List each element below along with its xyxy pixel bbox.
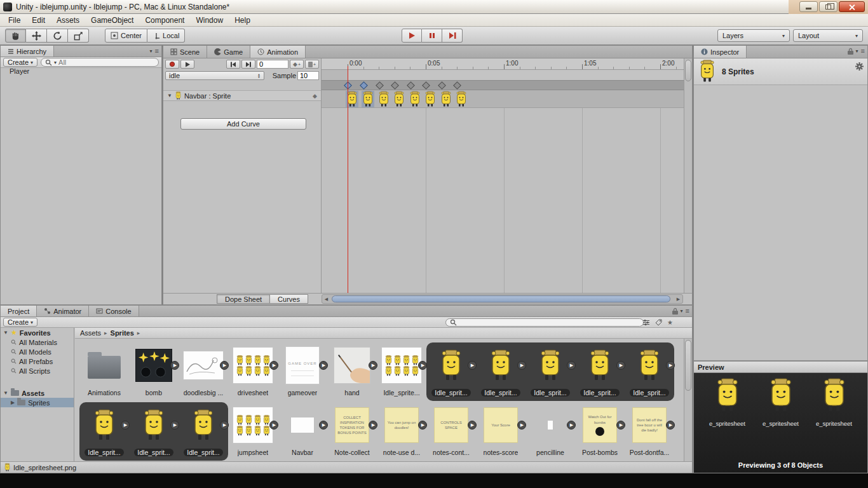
pane-menu-icon[interactable]: ≡ [155, 48, 159, 55]
project-search-input[interactable] [445, 318, 644, 327]
asset-tile[interactable]: ▶ Idle_sprit... [426, 342, 476, 401]
layers-dropdown[interactable]: Layers ▾ [717, 29, 790, 42]
pane-menu-icon[interactable]: ≡ [861, 48, 865, 55]
tab-game[interactable]: Game [207, 46, 250, 58]
move-tool-button[interactable] [26, 29, 47, 43]
pane-dropdown-icon[interactable]: ▾ [856, 48, 858, 54]
sprite-keyframe-thumb[interactable] [440, 91, 452, 107]
playhead-line[interactable] [348, 66, 348, 293]
rotate-tool-button[interactable] [47, 29, 68, 43]
expand-arrow[interactable]: ▶ [369, 421, 377, 430]
animation-horizontal-scrollbar[interactable]: ◀ ▶ [322, 294, 683, 304]
assets-root[interactable]: ▼ Assets [1, 388, 74, 398]
animation-timeline[interactable]: 0:00 0:05 1:00 1:05 [322, 58, 684, 293]
play-button[interactable] [402, 29, 422, 43]
asset-tile[interactable]: ▶ Idle_sprite... [377, 342, 426, 401]
sprite-keyframe-thumb[interactable] [455, 91, 468, 107]
expand-arrow[interactable]: ▶ [616, 421, 625, 430]
asset-tile[interactable]: Dont fall off the tree bcoz u will die b… [625, 402, 674, 461]
asset-tile[interactable]: ▶ drivesheet [228, 342, 278, 401]
keyframe-diamond[interactable] [407, 81, 415, 90]
preview-header[interactable]: Preview [694, 362, 867, 373]
lock-icon[interactable] [672, 308, 678, 315]
record-button[interactable] [165, 60, 179, 69]
anim-play-button[interactable] [180, 60, 194, 69]
lock-icon[interactable] [848, 48, 853, 55]
expand-arrow[interactable]: ▶ [170, 361, 179, 370]
label-tag-icon[interactable] [655, 319, 662, 326]
asset-tile[interactable]: Watch Out for bombs Watch Out for bombs … [575, 402, 625, 461]
favorites-item[interactable]: All Models [1, 347, 74, 356]
foldout-icon[interactable]: ▼ [3, 330, 8, 336]
expand-arrow[interactable]: ▶ [220, 361, 229, 370]
project-create-button[interactable]: Create ▾ [3, 318, 37, 327]
next-key-button[interactable] [241, 60, 255, 69]
search-by-type-icon[interactable] [642, 319, 650, 326]
asset-tile[interactable]: ▶ bomb [129, 342, 179, 401]
close-button[interactable] [839, 1, 865, 12]
expand-arrow[interactable]: ▶ [319, 421, 328, 430]
keyframe-strip[interactable] [322, 80, 684, 90]
step-button[interactable] [442, 29, 463, 43]
layout-dropdown[interactable]: Layout ▾ [793, 29, 863, 42]
scale-tool-button[interactable] [68, 29, 89, 43]
expand-arrow[interactable]: ▶ [269, 361, 278, 370]
keyframe-diamond[interactable] [438, 81, 446, 90]
timeline-ruler[interactable]: 0:00 0:05 1:00 1:05 [322, 58, 684, 70]
favorites-root[interactable]: ▼ ★ Favorites [1, 328, 74, 337]
curves-button[interactable]: Curves [270, 294, 308, 304]
add-keyframe-button[interactable]: ◆+ [290, 60, 304, 69]
asset-tile[interactable]: ▶ Animations [79, 342, 129, 401]
expand-arrow[interactable]: ▶ [319, 361, 328, 370]
sprite-keyframe-thumb[interactable] [424, 91, 437, 107]
hierarchy-create-button[interactable]: Create ▾ [3, 58, 37, 67]
tab-animator[interactable]: Animator [37, 306, 89, 316]
asset-tile[interactable]: GAME OVER GAME OVER GAME OVER ▶ gameover [278, 342, 327, 401]
scroll-left-icon[interactable]: ◀ [322, 295, 330, 302]
animation-vertical-scrollbar[interactable] [684, 58, 692, 293]
hand-tool-button[interactable] [5, 29, 26, 43]
pane-menu-icon[interactable]: ≡ [686, 308, 689, 315]
asset-tile[interactable]: ▶ Idle_sprit... [179, 402, 228, 461]
favorites-item[interactable]: All Materials [1, 337, 74, 347]
prev-key-button[interactable] [226, 60, 240, 69]
tab-animation[interactable]: Animation [250, 46, 306, 58]
tab-project[interactable]: Project [1, 306, 37, 316]
frame-number-input[interactable] [257, 60, 288, 69]
scrollbar-thumb[interactable] [685, 340, 691, 391]
asset-tile[interactable]: ▶ Idle_sprit... [625, 342, 674, 401]
sprite-keyframe-thumb[interactable] [393, 91, 405, 107]
scroll-right-icon[interactable]: ▶ [674, 295, 682, 302]
expand-arrow[interactable]: ▶ [517, 361, 526, 370]
breadcrumb-current[interactable]: Sprites [111, 329, 134, 337]
animated-property-row[interactable]: ▼ Navbar : Sprite ◆ [163, 90, 321, 101]
asset-tile[interactable]: ▶ Idle_sprit... [129, 402, 179, 461]
asset-tile[interactable]: CONTROLS SPACE CONTROLS SPACE CONTROLS S… [426, 402, 476, 461]
foldout-icon[interactable]: ▼ [167, 93, 172, 98]
asset-tile[interactable]: Your Score Your Score Your Score ▶ notes… [476, 402, 526, 461]
expand-arrow[interactable]: ▶ [567, 421, 576, 430]
expand-arrow[interactable]: ▶ [616, 361, 625, 370]
menu-item[interactable]: Edit [26, 15, 51, 26]
tab-inspector[interactable]: Inspector [694, 46, 747, 58]
asset-tile[interactable]: ▶ Navbar [278, 402, 327, 461]
favorite-star-icon[interactable]: ★ [667, 319, 673, 326]
search-filter-dropdown-icon[interactable]: ▾ [54, 60, 57, 65]
asset-tile[interactable]: ▶ doodlesbig ... [179, 342, 228, 401]
expand-arrow[interactable]: ▶ [418, 421, 427, 430]
foldout-icon[interactable]: ▶ [11, 400, 15, 405]
asset-tile[interactable]: ▶ pencilline [526, 402, 575, 461]
breadcrumb-root[interactable]: Assets [80, 329, 101, 337]
expand-arrow[interactable]: ▶ [517, 421, 526, 430]
property-keyframe-icon[interactable]: ◆ [313, 93, 317, 99]
pane-dropdown-icon[interactable]: ▾ [681, 308, 683, 314]
sprite-track[interactable] [322, 90, 684, 108]
minimize-button[interactable] [799, 1, 818, 12]
keyframe-diamond[interactable] [453, 81, 461, 90]
menu-item[interactable]: Assets [51, 15, 85, 26]
add-curve-button[interactable]: Add Curve [180, 118, 306, 130]
restore-button[interactable] [819, 1, 837, 12]
sample-rate-input[interactable] [297, 71, 319, 80]
tab-hierarchy[interactable]: Hierarchy [1, 46, 54, 57]
preview-item[interactable]: e_spritesheet [763, 378, 799, 473]
